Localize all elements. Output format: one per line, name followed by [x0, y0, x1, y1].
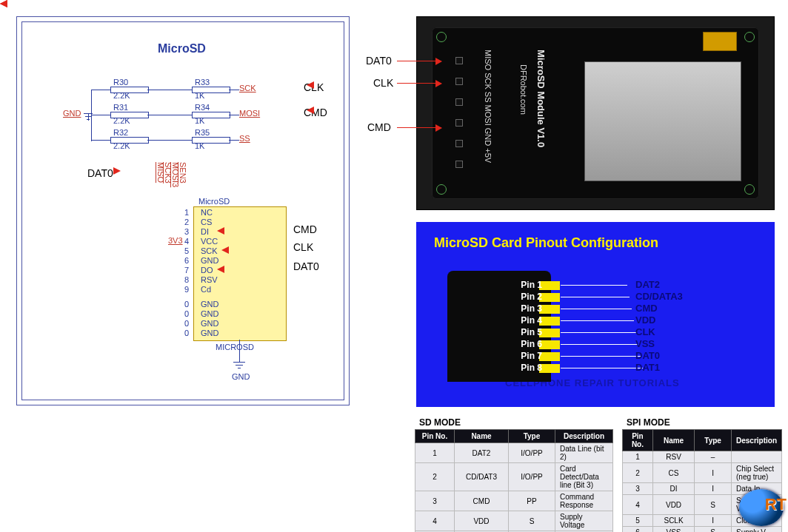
hdr-pin — [455, 140, 463, 147]
pin6-num: 6 — [184, 256, 189, 265]
pinout-pin-label: Pin 5 — [505, 327, 542, 337]
ann-dat0-left: DAT0 — [87, 167, 113, 179]
arrow-cmd-icon — [304, 107, 324, 114]
pin7-num: 7 — [184, 266, 189, 275]
pinout-pin-label: Pin 2 — [505, 292, 542, 302]
ann-dat0-do: DAT0 — [293, 260, 319, 272]
pinout-func-label: CD/DATA3 — [635, 291, 683, 302]
pin5: SCK — [201, 246, 218, 255]
gnd-bot-label: GND — [232, 372, 250, 381]
arrow-do — [214, 266, 236, 273]
v33-label: 3V3 — [168, 236, 183, 245]
pinout-pin-label: Pin 6 — [505, 339, 542, 349]
chip-footer: MICROSD — [216, 343, 254, 351]
pgnd3: GND — [201, 329, 218, 337]
tantalum-cap — [703, 32, 737, 51]
net-sen3: SEN3 — [178, 162, 187, 183]
pin8-num: 8 — [184, 275, 189, 284]
pinout-func-label: CMD — [635, 303, 658, 314]
pin6: GND — [201, 256, 218, 265]
pinout-panel: MicroSD Card Pinout Configuration CELLPH… — [416, 222, 775, 407]
pinout-wire — [561, 344, 638, 345]
table-row: 4VDDSSupply Voltage — [415, 511, 613, 531]
pin8: RSV — [201, 275, 218, 284]
pin3-num: 3 — [184, 227, 189, 236]
pinout-func-label: VDD — [635, 314, 655, 326]
ann-clk-top: CLK — [304, 81, 324, 93]
pinout-wire — [561, 332, 636, 333]
spi-mode-title: SPI MODE — [622, 416, 782, 429]
pinout-wire — [561, 356, 641, 357]
tutorial-logo-icon — [739, 489, 784, 526]
r32-ref: R32 — [113, 128, 128, 137]
pin2-num: 2 — [184, 218, 189, 226]
pinout-pin-label: Pin 7 — [505, 351, 542, 361]
mod-clk-line — [397, 83, 441, 84]
mod-cmd: CMD — [367, 121, 391, 133]
ann-cmd-di: CMD — [293, 223, 317, 235]
pgnd3-num: 0 — [184, 329, 189, 337]
arrow-dat0-icon — [113, 167, 134, 175]
sd-mode-title: SD MODE — [415, 416, 613, 429]
pin4-num: 4 — [184, 237, 189, 246]
table-header: Pin No. — [623, 430, 653, 451]
r34-ref: R34 — [195, 103, 210, 112]
pin5-num: 5 — [184, 246, 189, 255]
table-header: Type — [509, 430, 555, 443]
r30-ref: R30 — [113, 78, 128, 87]
r35-ref: R35 — [195, 128, 210, 137]
table-header: Pin No. — [415, 430, 455, 443]
sd-slot-icon — [584, 61, 741, 181]
sig-sck: SCK — [239, 84, 256, 92]
pgnd2: GND — [201, 319, 218, 328]
pinout-wire — [561, 368, 643, 368]
table-row: 2CD/DAT3I/O/PPCard Detect/Data line (Bit… — [415, 463, 613, 491]
sig-mosi: MOSI — [239, 109, 260, 118]
ann-cmd-top: CMD — [304, 107, 327, 118]
hdr-pin — [455, 98, 463, 106]
sig-ss: SS — [239, 134, 250, 143]
schematic-title: MicroSD — [158, 42, 206, 55]
module-photo: MicroSD Module V1.0 DFRobot.com MISO SCK… — [416, 16, 775, 210]
pinout-pin-label: Pin 4 — [505, 315, 542, 326]
module-title: MicroSD Module V1.0 — [535, 50, 547, 147]
table-header: Name — [652, 430, 694, 451]
pinout-pin-label: Pin 1 — [505, 280, 542, 290]
mod-clk: CLK — [373, 77, 393, 89]
pin3: DI — [201, 227, 209, 236]
pinout-wire — [561, 285, 627, 286]
pinout-wire — [561, 297, 630, 297]
module-brand: DFRobot.com — [519, 64, 528, 115]
pin4: VCC — [201, 237, 218, 246]
table-header: Description — [555, 430, 613, 443]
pin9-num: 9 — [184, 285, 189, 294]
mod-dat0-line — [397, 61, 441, 61]
pin1: NC — [201, 208, 213, 217]
mod-dat0: DAT0 — [366, 55, 392, 67]
table-row: 1RSV– — [623, 451, 782, 463]
pinout-wire — [561, 320, 634, 321]
hdr-pin — [455, 161, 463, 168]
mod-cmd-line — [397, 127, 441, 128]
hdr-pin — [455, 57, 463, 64]
pgnd0-num: 0 — [184, 300, 189, 309]
pin9: Cd — [201, 285, 211, 294]
r31-ref: R31 — [113, 103, 128, 112]
table-row: 1DAT2I/O/PPData Line (bit 2) — [415, 443, 613, 463]
sd-mode-table: SD MODE Pin No.NameTypeDescription1DAT2I… — [415, 416, 613, 532]
pinout-func-label: CLK — [635, 326, 655, 337]
pinout-func-label: VSS — [635, 338, 655, 349]
module-pin-labels: MISO SCK SS MOSI GND +5V — [484, 50, 492, 163]
table-header: Description — [731, 430, 781, 451]
pin2: CS — [201, 218, 212, 226]
schematic-panel: MicroSD R30 2.2K R31 2.2K R32 2.2K R33 1… — [16, 16, 350, 405]
pgnd0: GND — [201, 300, 218, 309]
pinout-func-label: DAT2 — [635, 279, 660, 290]
pin7: DO — [201, 266, 213, 275]
hdr-pin — [455, 119, 463, 127]
arrow-di — [214, 227, 236, 235]
arrow-clk-icon — [304, 81, 324, 89]
hdr-pin — [455, 78, 463, 85]
pinout-pin-label: Pin 3 — [505, 303, 542, 314]
chip-title: MicroSD — [198, 197, 230, 206]
